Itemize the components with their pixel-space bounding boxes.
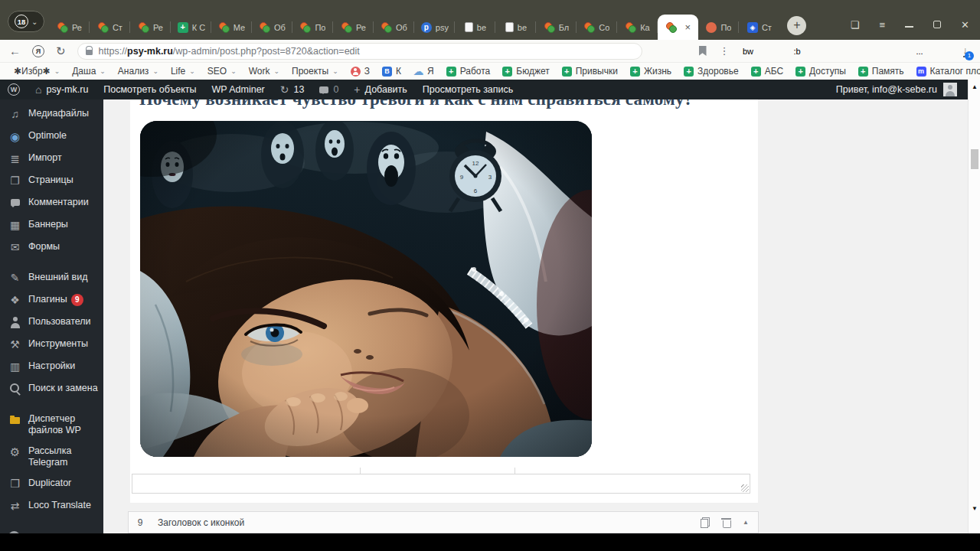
browser-tab[interactable]: be (495, 15, 536, 40)
sidebar-menu-item[interactable]: Плагины9 (0, 289, 103, 311)
new-content-menu[interactable]: +Добавить (346, 80, 414, 99)
bookmark-item[interactable]: Анализ ⌄ (118, 66, 158, 77)
minimize-icon[interactable] (905, 26, 913, 28)
sidebar-menu-item[interactable]: Формы (0, 236, 103, 259)
my-account-menu[interactable]: Привет, info@k-sebe.ru (836, 83, 968, 96)
bookmark-item[interactable]: Работа (446, 66, 491, 77)
browser-tab[interactable]: Бл (536, 15, 577, 40)
sidebar-menu-item[interactable]: Optimole (0, 126, 103, 148)
tab-close-icon[interactable]: × (685, 22, 691, 32)
bookmark-item[interactable]: ✱Избр✱ ⌄ (14, 66, 60, 77)
updates-menu[interactable]: ↻13 (273, 80, 312, 99)
extension-icon[interactable] (841, 45, 852, 57)
view-post-menu[interactable]: Просмотреть запись (415, 80, 521, 99)
collapse-block-icon[interactable]: ▲ (743, 520, 749, 526)
sidebar-menu-item[interactable]: Баннеры (0, 214, 103, 236)
tab-search-icon[interactable]: ❏ (851, 20, 860, 30)
sidebar-menu-item[interactable]: Страницы (0, 170, 103, 192)
bookmark-item[interactable]: К (382, 66, 401, 77)
extension-icon[interactable] (816, 45, 828, 57)
browser-tab[interactable]: Об (252, 15, 292, 40)
browser-menu-icon[interactable]: ≡ (880, 20, 886, 30)
extension-icon[interactable]: ... (914, 45, 926, 57)
more-menu-icon[interactable]: ⋮ (720, 45, 730, 57)
browser-tab[interactable]: По (698, 15, 739, 40)
browser-tab[interactable]: be (455, 15, 495, 40)
browser-tab[interactable]: Ст (90, 15, 130, 40)
extension-icon[interactable]: :b (792, 45, 803, 57)
comments-menu[interactable]: 0 (312, 80, 346, 99)
tab-counter[interactable]: 18 ⌄ (8, 11, 44, 32)
sidebar-menu-item[interactable]: Инструменты (0, 334, 103, 356)
close-icon[interactable]: ✕ (961, 20, 969, 30)
extension-icon[interactable] (865, 45, 877, 57)
browser-tab[interactable]: Ре (49, 15, 90, 40)
extension-icon[interactable] (939, 45, 950, 57)
sidebar-menu-item[interactable]: Внешний вид (0, 267, 103, 289)
sidebar-menu-item[interactable]: Диспетчер файлов WP (0, 409, 103, 441)
bookmark-item[interactable]: Life ⌄ (171, 66, 195, 77)
sidebar-menu-item[interactable]: Медиафайлы (0, 103, 103, 126)
view-objects-menu[interactable]: Посмотреть объекты (96, 80, 204, 99)
content-block-header[interactable]: 9 Заголовок с иконкой ▲ (128, 511, 759, 533)
sidebar-menu-item[interactable]: Поиск и замена (0, 378, 103, 400)
bookmark-icon[interactable] (699, 46, 707, 56)
bookmark-item[interactable]: Бюджет (502, 66, 549, 77)
wp-logo-menu[interactable]: W (0, 80, 28, 99)
maximize-icon[interactable] (933, 21, 941, 28)
browser-tab[interactable]: Ка (617, 15, 658, 40)
sidebar-menu-item[interactable]: Рассылка Telegram (0, 441, 103, 473)
address-bar[interactable]: https://psy-mk.ru/wp-admin/post.php?post… (77, 43, 642, 60)
duplicate-icon[interactable] (701, 517, 710, 528)
extension-icon[interactable] (890, 45, 901, 57)
sidebar-menu-item[interactable]: Duplicator (0, 473, 103, 495)
downloads-icon[interactable]: ↓1 (963, 45, 969, 57)
bookmark-item[interactable]: З (351, 66, 370, 77)
wp-adminer-menu[interactable]: WP Adminer (204, 80, 273, 99)
bookmark-item[interactable]: SEO ⌄ (207, 66, 237, 77)
lock-icon[interactable] (86, 50, 93, 55)
browser-tab[interactable]: Со (577, 15, 617, 40)
sidebar-menu-item[interactable]: Loco Translate (0, 495, 103, 517)
browser-tab[interactable]: × (658, 15, 698, 40)
new-tab-button[interactable]: + (787, 16, 806, 35)
sidebar-menu-item[interactable]: Импорт (0, 148, 103, 170)
browser-tab[interactable]: По (292, 15, 333, 40)
browser-tab[interactable]: К С (171, 15, 211, 40)
browser-tab[interactable]: Ре (130, 15, 171, 40)
trash-icon[interactable] (722, 518, 730, 528)
featured-image[interactable]: 12 3 6 9 (140, 121, 592, 457)
bookmark-item[interactable]: Привычки (562, 66, 618, 77)
empty-text-field[interactable] (132, 474, 750, 494)
browser-tab[interactable]: Об (374, 15, 414, 40)
scroll-down-icon[interactable]: ▼ (969, 505, 980, 512)
page-scrollbar[interactable]: ▲ ▼ (968, 80, 980, 533)
bookmark-item[interactable]: Каталог площадо (916, 66, 980, 77)
sidebar-menu-item[interactable]: Пользователи (0, 311, 103, 334)
extension-icon[interactable]: bw (743, 45, 754, 57)
bookmark-item[interactable]: Work ⌄ (249, 66, 279, 77)
resize-handle-icon[interactable] (741, 484, 749, 492)
browser-tab[interactable]: Ре (333, 15, 374, 40)
back-icon[interactable]: ← (9, 45, 21, 57)
browser-tab[interactable]: psy (414, 15, 455, 40)
browser-tab[interactable]: Ме (211, 15, 252, 40)
bookmark-item[interactable]: АБС (751, 66, 783, 77)
browser-profile-icon[interactable]: Я (32, 45, 44, 57)
bookmark-item[interactable]: Доступы (795, 66, 846, 77)
bookmark-item[interactable]: Проекты ⌄ (292, 66, 338, 77)
chevron-down-icon[interactable]: ⌄ (31, 18, 38, 26)
browser-tab[interactable]: Ст (739, 15, 778, 40)
scroll-up-icon[interactable]: ▲ (969, 83, 980, 90)
extension-icon[interactable] (767, 45, 779, 57)
bookmark-item[interactable]: Здоровье (684, 66, 739, 77)
bookmark-item[interactable]: Даша ⌄ (72, 66, 106, 77)
sidebar-menu-item[interactable]: Комментарии (0, 192, 103, 214)
site-name-menu[interactable]: ⌂psy-mk.ru (28, 80, 96, 99)
scrollbar-thumb[interactable] (971, 149, 978, 169)
sidebar-menu-item[interactable]: Настройки (0, 356, 103, 378)
reload-icon[interactable]: ↻ (56, 45, 66, 57)
bookmark-item[interactable]: Жизнь (630, 66, 671, 77)
bookmark-item[interactable]: Я (413, 66, 434, 77)
bookmark-item[interactable]: Память (858, 66, 904, 77)
